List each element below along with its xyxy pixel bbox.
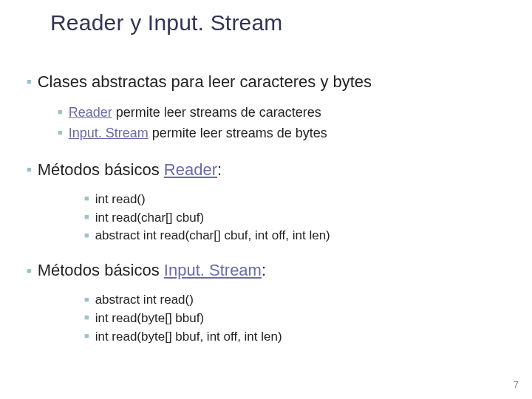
list-item: ■Reader permite leer streams de caracter… (58, 103, 511, 121)
bullet-icon: ■ (27, 77, 32, 86)
bullet-icon: ■ (84, 211, 89, 222)
list-item-text: int read() (95, 192, 146, 206)
list-item: ■abstract int read(char[] cbuf, int off,… (84, 228, 511, 245)
bullet-icon: ■ (84, 294, 89, 305)
list-item-text: abstract int read() (95, 293, 194, 307)
list-item: ■int read(byte[] bbuf) (84, 310, 511, 327)
list-item: ■int read(char[] cbuf) (84, 210, 511, 227)
section3-post: : (262, 261, 266, 279)
list-item-text: permite leer streams de caracteres (112, 105, 321, 120)
list-item-text: int read(byte[] bbuf, int off, int len) (95, 330, 282, 344)
section3-pre: Métodos básicos (38, 261, 164, 279)
list-item-text: permite leer streams de bytes (149, 126, 327, 140)
section3-heading: ■Métodos básicos Input. Stream: (27, 261, 511, 280)
reader-link[interactable]: Reader (164, 160, 217, 179)
section1-heading: ■Clases abstractas para leer caracteres … (27, 72, 511, 92)
bullet-icon: ■ (27, 266, 32, 275)
content-area: ■Clases abstractas para leer caracteres … (27, 72, 511, 347)
bullet-icon: ■ (58, 127, 63, 138)
slide: Reader y Input. Stream ■Clases abstracta… (0, 0, 532, 399)
bullet-icon: ■ (84, 312, 89, 323)
inputstream-link[interactable]: Input. Stream (69, 126, 149, 140)
list-item: ■Input. Stream permite leer streams de b… (58, 124, 511, 142)
bullet-icon: ■ (84, 193, 89, 204)
inputstream-link[interactable]: Input. Stream (164, 261, 262, 279)
list-item: ■abstract int read() (84, 292, 511, 309)
slide-title: Reader y Input. Stream (50, 10, 283, 35)
list-item-text: int read(byte[] bbuf) (95, 311, 204, 325)
list-item: ■int read(byte[] bbuf, int off, int len) (84, 329, 511, 346)
bullet-icon: ■ (84, 330, 89, 341)
list-item-text: int read(char[] cbuf) (95, 211, 204, 225)
list-item: ■int read() (84, 191, 511, 208)
section2-post: : (217, 160, 222, 179)
list-item-text: abstract int read(char[] cbuf, int off, … (95, 228, 330, 242)
page-number: 7 (514, 379, 519, 390)
section1-heading-text: Clases abstractas para leer caracteres y… (38, 72, 372, 91)
bullet-icon: ■ (84, 230, 89, 241)
reader-link[interactable]: Reader (69, 105, 112, 120)
bullet-icon: ■ (58, 106, 63, 117)
section2-heading: ■Métodos básicos Reader: (27, 160, 511, 180)
section2-pre: Métodos básicos (38, 160, 164, 179)
bullet-icon: ■ (27, 165, 32, 174)
